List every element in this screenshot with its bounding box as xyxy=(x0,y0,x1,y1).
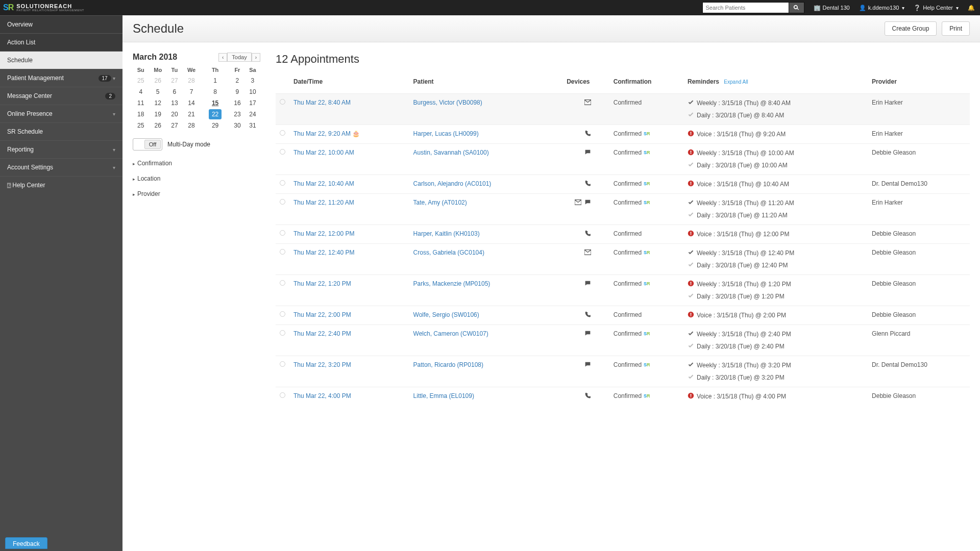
calendar-day[interactable]: 15 xyxy=(201,97,230,109)
row-select-radio[interactable] xyxy=(280,199,285,205)
patient-link[interactable]: Welch, Cameron (CW0107) xyxy=(413,330,488,337)
calendar-day[interactable]: 6 xyxy=(167,86,182,97)
feedback-button[interactable]: Feedback xyxy=(5,537,47,549)
filter-confirmation[interactable]: Confirmation xyxy=(133,156,260,171)
calendar-day[interactable]: 23 xyxy=(230,109,245,120)
office-menu[interactable]: 🏢 Dental 130 xyxy=(814,5,850,11)
row-select-radio[interactable] xyxy=(280,311,285,317)
search-icon xyxy=(793,5,800,11)
brand-logo[interactable]: SR SOLUTIONREACH PATIENT RELATIONSHIP MA… xyxy=(3,3,84,12)
expand-all-link[interactable]: Expand All xyxy=(724,79,748,85)
calendar-prev-button[interactable]: ‹ xyxy=(218,53,227,62)
filter-location[interactable]: Location xyxy=(133,171,260,186)
appointment-datetime-link[interactable]: Thu Mar 22, 9:20 AM xyxy=(293,130,351,137)
search-input[interactable] xyxy=(702,2,789,13)
calendar-day[interactable]: 13 xyxy=(167,97,182,109)
nav-reporting[interactable]: Reporting ▾ xyxy=(0,140,122,158)
nav-message-center[interactable]: Message Center 2 xyxy=(0,87,122,105)
calendar-day[interactable]: 12 xyxy=(149,97,167,109)
nav-patient-management[interactable]: Patient Management 17 ▾ xyxy=(0,69,122,87)
calendar-day[interactable]: 25 xyxy=(133,75,149,86)
calendar-day[interactable]: 21 xyxy=(182,109,201,120)
calendar-day[interactable]: 28 xyxy=(182,120,201,131)
calendar-day[interactable]: 9 xyxy=(230,86,245,97)
calendar-day[interactable]: 29 xyxy=(201,120,230,131)
patient-link[interactable]: Patton, Ricardo (RP0108) xyxy=(413,361,483,368)
appointment-datetime-link[interactable]: Thu Mar 22, 10:40 AM xyxy=(293,180,354,187)
print-button[interactable]: Print xyxy=(942,21,970,36)
calendar-day[interactable]: 19 xyxy=(149,109,167,120)
row-select-radio[interactable] xyxy=(280,230,285,236)
appointment-datetime-link[interactable]: Thu Mar 22, 12:00 PM xyxy=(293,230,354,237)
calendar-day[interactable]: 8 xyxy=(201,86,230,97)
calendar-today-button[interactable]: Today xyxy=(227,53,251,62)
patient-link[interactable]: Parks, Mackenzie (MP0105) xyxy=(413,280,491,287)
row-select-radio[interactable] xyxy=(280,180,285,186)
appointment-datetime-link[interactable]: Thu Mar 22, 12:40 PM xyxy=(293,249,354,256)
user-menu[interactable]: 👤 k.ddemo130 xyxy=(859,5,905,11)
calendar-day[interactable]: 25 xyxy=(133,120,149,131)
calendar-day[interactable]: 31 xyxy=(245,120,260,131)
patient-link[interactable]: Burgess, Victor (VB0098) xyxy=(413,99,482,106)
calendar-day[interactable]: 2 xyxy=(230,75,245,86)
calendar-day[interactable]: 4 xyxy=(133,86,149,97)
calendar-day[interactable]: 1 xyxy=(201,75,230,86)
patient-link[interactable]: Carlson, Alejandro (AC0101) xyxy=(413,180,492,187)
row-select-radio[interactable] xyxy=(280,249,285,255)
row-select-radio[interactable] xyxy=(280,280,285,286)
calendar-day[interactable]: 27 xyxy=(167,120,182,131)
patient-link[interactable]: Austin, Savannah (SA0100) xyxy=(413,149,489,156)
calendar-next-button[interactable]: › xyxy=(252,53,260,62)
calendar-day[interactable]: 16 xyxy=(230,97,245,109)
calendar-day[interactable]: 3 xyxy=(245,75,260,86)
calendar-day[interactable]: 24 xyxy=(245,109,260,120)
appointment-datetime-link[interactable]: Thu Mar 22, 2:00 PM xyxy=(293,311,351,318)
nav-account-settings[interactable]: Account Settings ▾ xyxy=(0,158,122,176)
calendar-day[interactable]: 10 xyxy=(245,86,260,97)
nav-help-center[interactable]: ⍰ Help Center xyxy=(0,176,122,194)
appointment-datetime-link[interactable]: Thu Mar 22, 1:20 PM xyxy=(293,280,351,287)
nav-online-presence[interactable]: Online Presence ▾ xyxy=(0,105,122,122)
appointment-datetime-link[interactable]: Thu Mar 22, 2:40 PM xyxy=(293,330,351,337)
patient-link[interactable]: Wolfe, Sergio (SW0106) xyxy=(413,311,479,318)
notifications-button[interactable]: 🔔 xyxy=(968,5,975,11)
calendar-day[interactable]: 18 xyxy=(133,109,149,120)
filter-provider[interactable]: Provider xyxy=(133,186,260,202)
nav-overview[interactable]: Overview xyxy=(0,15,122,33)
calendar-day[interactable]: 7 xyxy=(182,86,201,97)
search-button[interactable] xyxy=(789,2,804,13)
row-select-radio[interactable] xyxy=(280,130,285,136)
appointment-datetime-link[interactable]: Thu Mar 22, 4:00 PM xyxy=(293,392,351,399)
appointment-datetime-link[interactable]: Thu Mar 22, 8:40 AM xyxy=(293,99,351,106)
appointment-datetime-link[interactable]: Thu Mar 22, 11:20 AM xyxy=(293,199,354,206)
row-select-radio[interactable] xyxy=(280,392,285,398)
nav-schedule[interactable]: Schedule xyxy=(0,51,122,69)
calendar-day[interactable]: 11 xyxy=(133,97,149,109)
calendar-day[interactable]: 5 xyxy=(149,86,167,97)
calendar-day[interactable]: 20 xyxy=(167,109,182,120)
calendar-day[interactable]: 26 xyxy=(149,120,167,131)
calendar-day[interactable]: 22 xyxy=(201,109,230,120)
appointment-datetime-link[interactable]: Thu Mar 22, 3:20 PM xyxy=(293,361,351,368)
multi-day-toggle[interactable]: Off Multi-Day mode xyxy=(133,138,260,151)
calendar-day[interactable]: 27 xyxy=(167,75,182,86)
calendar-day[interactable]: 17 xyxy=(245,97,260,109)
patient-link[interactable]: Harper, Lucas (LH0099) xyxy=(413,130,479,137)
calendar-day[interactable]: 28 xyxy=(182,75,201,86)
patient-link[interactable]: Tate, Amy (AT0102) xyxy=(413,199,467,206)
patient-link[interactable]: Cross, Gabriela (GC0104) xyxy=(413,249,484,256)
row-select-radio[interactable] xyxy=(280,330,285,336)
help-menu[interactable]: ❔ Help Center xyxy=(914,5,959,11)
calendar-day[interactable]: 30 xyxy=(230,120,245,131)
create-group-button[interactable]: Create Group xyxy=(885,21,937,36)
row-select-radio[interactable] xyxy=(280,99,285,105)
nav-action-list[interactable]: Action List xyxy=(0,33,122,51)
row-select-radio[interactable] xyxy=(280,149,285,155)
patient-link[interactable]: Little, Emma (EL0109) xyxy=(413,392,474,399)
calendar-day[interactable]: 14 xyxy=(182,97,201,109)
row-select-radio[interactable] xyxy=(280,361,285,367)
calendar-day[interactable]: 26 xyxy=(149,75,167,86)
appointment-datetime-link[interactable]: Thu Mar 22, 10:00 AM xyxy=(293,149,354,156)
patient-link[interactable]: Harper, Kaitlin (KH0103) xyxy=(413,230,480,237)
nav-sr-schedule[interactable]: SR Schedule xyxy=(0,122,122,140)
